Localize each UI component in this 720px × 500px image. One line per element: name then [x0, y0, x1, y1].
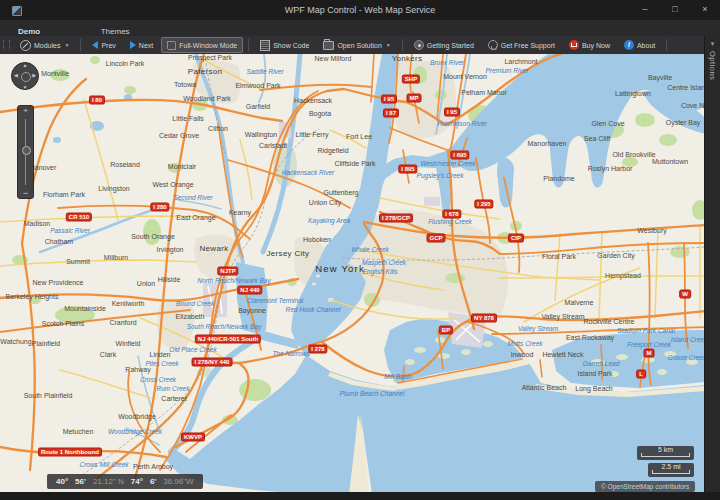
pan-down-icon[interactable]: ▼	[12, 84, 38, 90]
toolbar-overflow-icon[interactable]: ▼	[705, 41, 720, 47]
lat-minutes: 56'	[75, 477, 86, 486]
map-canvas[interactable]	[0, 54, 705, 492]
get-free-support-button[interactable]: Get Free Support	[482, 37, 561, 53]
about-button[interactable]: i About	[618, 37, 661, 53]
coordinate-display: 40° 56' 21.12" N 74° 6' 36.96"W	[47, 474, 203, 489]
separator	[402, 39, 403, 51]
attribution: © OpenStreetMap contributors	[595, 481, 695, 492]
buy-now-button[interactable]: Buy Now	[563, 37, 616, 53]
about-label: About	[637, 42, 655, 49]
toolbar-grip[interactable]	[3, 40, 10, 50]
maximize-button[interactable]: □	[660, 0, 690, 20]
info-icon: i	[624, 40, 634, 50]
next-arrow-icon	[130, 41, 136, 49]
toolbar: Modules ▼ Prev Next Full-Window Mode Sho…	[0, 36, 705, 54]
open-solution-button[interactable]: Open Solution ▼	[317, 37, 396, 53]
zoom-slider[interactable]: + −	[17, 105, 34, 199]
pan-right-icon[interactable]: ▶	[32, 72, 36, 78]
close-button[interactable]: ×	[690, 0, 720, 20]
compass-control[interactable]: ▲ ▼ ◀ ▶	[11, 62, 39, 90]
title-bar: WPF Map Control - Web Map Service – □ ×	[0, 0, 720, 20]
lat-seconds: 21.12" N	[93, 477, 124, 486]
getting-started-button[interactable]: Getting Started	[408, 37, 480, 53]
separator	[80, 39, 81, 51]
cart-icon	[569, 40, 579, 50]
pan-left-icon[interactable]: ◀	[14, 72, 18, 78]
full-window-mode-button[interactable]: Full-Window Mode	[161, 37, 243, 53]
pan-up-icon[interactable]: ▲	[12, 62, 38, 68]
options-label[interactable]: Options	[708, 51, 717, 80]
chevron-down-icon: ▼	[386, 42, 391, 48]
show-code-button[interactable]: Show Code	[254, 37, 315, 53]
next-button[interactable]: Next	[124, 37, 159, 53]
lat-degrees: 40°	[56, 477, 68, 486]
modules-button[interactable]: Modules ▼	[14, 37, 75, 53]
menu-bar: Demo Themes	[0, 20, 720, 36]
prev-label: Prev	[101, 42, 115, 49]
prev-button[interactable]: Prev	[86, 37, 121, 53]
separator	[666, 39, 667, 51]
getting-started-label: Getting Started	[427, 42, 474, 49]
getting-started-icon	[414, 40, 424, 50]
window-bottom-edge	[0, 492, 720, 500]
compass-center-icon[interactable]	[21, 72, 31, 82]
next-label: Next	[139, 42, 153, 49]
lon-degrees: 74°	[131, 477, 143, 486]
show-code-label: Show Code	[273, 42, 309, 49]
map-viewport[interactable]: MontvilleLincoln ParkPatersonTotowaProsp…	[0, 54, 705, 492]
scale-km-tick	[641, 453, 690, 457]
scale-bar-km: 5 km	[637, 446, 694, 460]
support-icon	[488, 40, 498, 50]
code-icon	[260, 40, 270, 51]
compass-icon	[20, 40, 31, 51]
chevron-down-icon: ▼	[64, 42, 69, 48]
modules-label: Modules	[34, 42, 60, 49]
separator	[248, 39, 249, 51]
scale-mi-tick	[652, 470, 690, 474]
zoom-in-button[interactable]: +	[18, 106, 33, 116]
buy-now-label: Buy Now	[582, 42, 610, 49]
support-label: Get Free Support	[501, 42, 555, 49]
lon-minutes: 6'	[150, 477, 156, 486]
scale-km-label: 5 km	[637, 446, 694, 453]
zoom-out-button[interactable]: −	[18, 188, 33, 198]
lon-seconds: 36.96"W	[163, 477, 193, 486]
folder-icon	[323, 41, 334, 50]
zoom-slider-handle[interactable]	[22, 146, 31, 155]
full-window-label: Full-Window Mode	[179, 42, 237, 49]
open-solution-label: Open Solution	[337, 42, 381, 49]
prev-arrow-icon	[92, 41, 98, 49]
scale-bar-mi: 2.5 mi	[648, 463, 694, 477]
expand-icon	[167, 41, 176, 50]
options-panel-tab[interactable]: ▼ Options	[704, 36, 720, 492]
scale-mi-label: 2.5 mi	[648, 463, 694, 470]
minimize-button[interactable]: –	[630, 0, 660, 20]
window-title: WPF Map Control - Web Map Service	[0, 0, 720, 20]
